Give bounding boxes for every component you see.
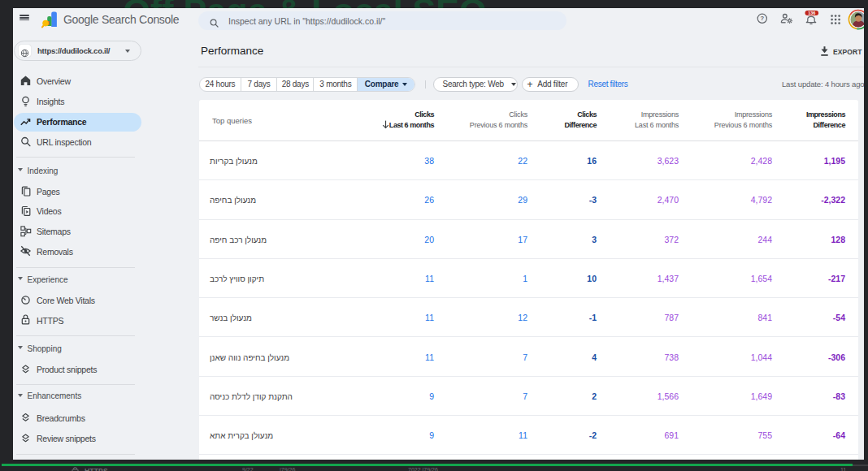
svg-text:136: 136 (808, 11, 815, 15)
svg-text:?: ? (761, 15, 765, 22)
